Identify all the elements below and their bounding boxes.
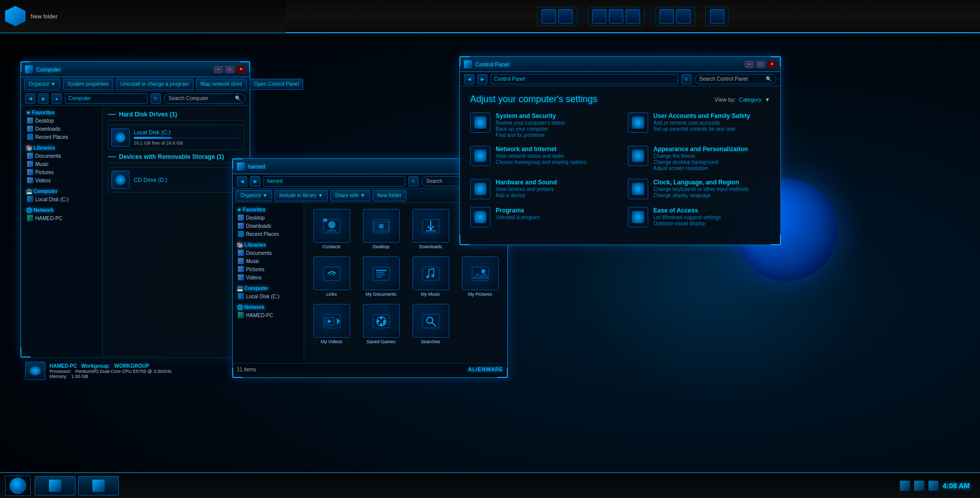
folder-item-searches[interactable]: Searches <box>406 301 455 347</box>
cp-refresh-button[interactable]: ↻ <box>681 74 692 84</box>
taskbar-icon-btn-8[interactable] <box>710 9 724 23</box>
cp-network-title[interactable]: Network and Internet <box>496 146 612 153</box>
cp-link-homegroup[interactable]: Choose homegroup and sharing options <box>496 159 612 165</box>
folder-item-saved-games[interactable]: Saved Games <box>357 301 405 347</box>
explorer-new-folder-button[interactable]: New folder <box>373 190 406 201</box>
exp-sidebar-recent[interactable]: Recent Places <box>235 230 302 238</box>
cp-address-box[interactable]: Control Panel <box>491 74 678 84</box>
cp-minimize-button[interactable]: ─ <box>745 61 754 68</box>
downloads-folder-icon <box>422 217 440 235</box>
cp-link-suggest-settings[interactable]: Let Windows suggest settings <box>653 215 770 220</box>
cp-clock-title[interactable]: Clock, Language, and Region <box>653 179 770 186</box>
explorer-refresh-button[interactable]: ↻ <box>408 176 419 186</box>
share-with-button[interactable]: Share with ▼ <box>330 190 370 201</box>
cp-link-parental-controls[interactable]: Set up parental controls for any user <box>653 126 770 132</box>
folder-item-downloads[interactable]: Downloads <box>406 206 455 252</box>
folder-item-my-videos[interactable]: My Videos <box>307 301 356 347</box>
cp-ease-title[interactable]: Ease of Access <box>653 207 770 214</box>
cp-clock-icon <box>628 179 648 199</box>
cd-drive-item[interactable]: CD Drive (D:) <box>108 167 244 193</box>
cp-link-visual-display[interactable]: Optimize visual display <box>653 221 770 226</box>
folder-item-my-documents[interactable]: My Documents <box>357 253 405 300</box>
cp-user-accounts-title[interactable]: User Accounts and Family Safety <box>653 112 770 120</box>
local-disk-nav-icon <box>27 196 33 202</box>
explorer-organize-button[interactable]: Organize ▼ <box>236 190 272 201</box>
taskbar-app-computer[interactable] <box>35 476 76 495</box>
open-control-panel-button[interactable]: Open Control Panel <box>250 79 304 90</box>
cp-link-add-device[interactable]: Add a device <box>496 193 612 198</box>
taskbar-icon-btn-6[interactable] <box>659 9 674 23</box>
folder-item-my-music[interactable]: My Music <box>406 253 455 300</box>
exp-sidebar-hamed-pc[interactable]: HAMED-PC <box>235 311 302 319</box>
cp-search-box[interactable]: Search Control Panel 🔍 <box>695 74 776 84</box>
sidebar-item-local-disk[interactable]: Local Disk (C:) <box>24 195 99 203</box>
local-disk-item[interactable]: Local Disk (C:) 16.1 GB free of 24.8 GB <box>108 125 244 150</box>
folder-item-links[interactable]: Links <box>307 253 356 300</box>
desktop-label: Desktop <box>35 118 54 124</box>
up-button[interactable]: ▲ <box>52 93 62 104</box>
cp-hardware-title[interactable]: Hardware and Sound <box>496 179 612 186</box>
cp-link-review-status[interactable]: Review your computer's status <box>496 120 612 126</box>
cp-link-network-status[interactable]: View network status and tasks <box>496 153 612 159</box>
sidebar-item-music[interactable]: Music <box>24 160 99 168</box>
taskbar-icon-btn-5[interactable] <box>626 9 640 23</box>
exp-sidebar-documents[interactable]: Documents <box>235 249 302 257</box>
taskbar-icon-btn-1[interactable] <box>542 9 556 23</box>
sidebar-item-pictures[interactable]: Pictures <box>24 168 99 176</box>
cp-viewby-value[interactable]: Category <box>739 97 762 103</box>
folder-item-desktop[interactable]: Desktop <box>357 206 405 252</box>
exp-sidebar-downloads[interactable]: Downloads <box>235 222 302 230</box>
cp-link-devices-printers[interactable]: View devices and printers <box>496 186 612 192</box>
cp-maximize-button[interactable]: □ <box>756 61 765 68</box>
taskbar-start-button[interactable] <box>5 476 31 496</box>
cp-link-display-language[interactable]: Change display language <box>653 193 770 198</box>
cp-link-keyboards[interactable]: Change keyboards or other input methods <box>653 186 770 192</box>
cp-forward-button[interactable]: ▶ <box>477 74 487 84</box>
cp-link-desktop-background[interactable]: Change desktop background <box>653 159 770 165</box>
minimize-button[interactable]: ─ <box>214 66 223 73</box>
explorer-address-box[interactable]: hamed <box>263 176 405 186</box>
forward-button[interactable]: ▶ <box>38 93 48 104</box>
exp-sidebar-music[interactable]: Music <box>235 257 302 265</box>
sidebar-item-desktop[interactable]: Desktop <box>24 116 99 125</box>
back-button[interactable]: ◀ <box>25 93 35 104</box>
cp-appearance-title[interactable]: Appearance and Personalization <box>653 146 770 153</box>
cp-system-security-title[interactable]: System and Security <box>496 112 612 120</box>
exp-sidebar-pictures[interactable]: Pictures <box>235 265 302 273</box>
sidebar-item-videos[interactable]: Videos <box>24 176 99 184</box>
taskbar-icon-btn-2[interactable] <box>558 9 573 23</box>
sidebar-item-downloads[interactable]: Downloads <box>24 125 99 133</box>
cp-programs-title[interactable]: Programs <box>496 207 612 214</box>
uninstall-program-button[interactable]: Uninstall or change a program <box>116 79 193 90</box>
cp-back-button[interactable]: ◀ <box>464 74 474 84</box>
exp-sidebar-local-disk[interactable]: Local Disk (C:) <box>235 292 302 300</box>
refresh-button[interactable]: ↻ <box>151 93 161 104</box>
folder-item-contacts[interactable]: Contacts <box>307 206 356 252</box>
taskbar-icon-btn-3[interactable] <box>592 9 606 23</box>
sidebar-item-hamed-pc[interactable]: HAMED-PC <box>24 214 99 222</box>
taskbar-app-explorer[interactable] <box>78 476 119 495</box>
cp-user-accounts-details: User Accounts and Family Safety Add or r… <box>653 112 770 138</box>
sidebar-item-documents[interactable]: Documents <box>24 152 99 160</box>
sidebar-item-recent[interactable]: Recent Places <box>24 133 99 141</box>
exp-sidebar-videos[interactable]: Videos <box>235 273 302 281</box>
cp-link-uninstall[interactable]: Uninstall a program <box>496 215 612 220</box>
cp-link-screen-resolution[interactable]: Adjust screen resolution <box>653 165 770 171</box>
cp-link-change-theme[interactable]: Change the theme <box>653 153 770 159</box>
maximize-button[interactable]: □ <box>225 66 234 73</box>
exp-sidebar-desktop[interactable]: Desktop <box>235 214 302 222</box>
taskbar-icon-btn-4[interactable] <box>609 9 623 23</box>
cp-link-backup[interactable]: Back up your computer <box>496 126 612 132</box>
system-properties-button[interactable]: System properties <box>63 79 113 90</box>
folder-item-my-pictures[interactable]: My Pictures <box>456 253 504 300</box>
explorer-back-button[interactable]: ◀ <box>237 176 247 186</box>
cp-link-fix-problems[interactable]: Find and fix problems <box>496 132 612 138</box>
address-box[interactable]: Computer <box>65 93 148 104</box>
computer-search-box[interactable]: Search Computer 🔍 <box>164 93 246 104</box>
organize-button[interactable]: Organize ▼ <box>24 79 60 90</box>
include-library-button[interactable]: Include in library ▼ <box>275 190 328 201</box>
cp-link-add-remove-accounts[interactable]: Add or remove user accounts <box>653 120 770 126</box>
map-network-drive-button[interactable]: Map network drive <box>196 79 247 90</box>
explorer-forward-button[interactable]: ▶ <box>250 176 260 186</box>
taskbar-icon-btn-7[interactable] <box>676 9 691 23</box>
